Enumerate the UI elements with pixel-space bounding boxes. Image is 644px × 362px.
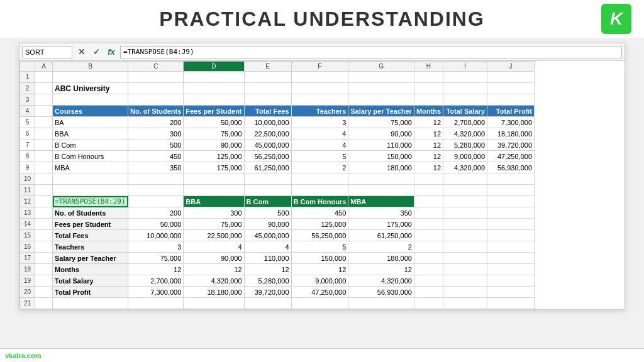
cell-e3[interactable] [244, 94, 291, 106]
cell-c3[interactable] [128, 94, 184, 106]
cell-i14[interactable] [443, 219, 487, 230]
cell-h18[interactable] [414, 264, 443, 275]
cell-j9[interactable]: 56,930,000 [487, 162, 535, 173]
cell-c10[interactable] [128, 173, 184, 185]
cell-b3[interactable] [53, 94, 128, 106]
cell-b6[interactable]: BBA [53, 128, 128, 140]
cell-i2[interactable] [443, 83, 487, 94]
cell-i20[interactable] [443, 287, 487, 298]
cell-d4-fees-per[interactable]: Fees per Student [184, 106, 244, 117]
cell-j5[interactable]: 7,300,000 [487, 117, 535, 128]
cell-j4-total-profit[interactable]: Total Profit [487, 106, 535, 117]
cell-j17[interactable] [487, 253, 535, 264]
cell-i13[interactable] [443, 207, 487, 219]
cell-j8[interactable]: 47,250,000 [487, 151, 535, 162]
cell-j21[interactable] [487, 298, 535, 309]
cell-g12-mba[interactable]: MBA [348, 196, 414, 207]
cell-h16[interactable] [414, 241, 443, 253]
cell-c6[interactable]: 300 [128, 128, 184, 140]
cell-g16[interactable]: 2 [348, 241, 414, 253]
cell-e16[interactable]: 4 [244, 241, 291, 253]
cell-c4-students[interactable]: No. of Students [128, 106, 184, 117]
cell-j14[interactable] [487, 219, 535, 230]
cell-a7[interactable] [35, 140, 53, 151]
col-header-f[interactable]: F [291, 62, 348, 72]
cell-g5[interactable]: 75,000 [348, 117, 414, 128]
cell-i15[interactable] [443, 230, 487, 241]
cell-a14[interactable] [35, 219, 53, 230]
cell-b7[interactable]: B Com [53, 140, 128, 151]
cell-b9[interactable]: MBA [53, 162, 128, 173]
cell-d20[interactable]: 18,180,000 [184, 287, 244, 298]
cell-g1[interactable] [348, 72, 414, 83]
cell-d3[interactable] [184, 94, 244, 106]
cell-a6[interactable] [35, 128, 53, 140]
cell-f2[interactable] [291, 83, 348, 94]
cell-j1[interactable] [487, 72, 535, 83]
cell-f1[interactable] [291, 72, 348, 83]
cell-c5[interactable]: 200 [128, 117, 184, 128]
cell-c13[interactable]: 200 [128, 207, 184, 219]
cell-c21[interactable] [128, 298, 184, 309]
cell-b19[interactable]: Total Salary [53, 275, 128, 287]
cell-a11[interactable] [35, 185, 53, 196]
cell-c15[interactable]: 10,000,000 [128, 230, 184, 241]
cell-e9[interactable]: 61,250,000 [244, 162, 291, 173]
cell-j7[interactable]: 39,720,000 [487, 140, 535, 151]
cell-f9[interactable]: 2 [291, 162, 348, 173]
cell-f17[interactable]: 150,000 [291, 253, 348, 264]
cell-b20[interactable]: Total Profit [53, 287, 128, 298]
cell-b8[interactable]: B Com Honours [53, 151, 128, 162]
cell-h4-months[interactable]: Months [414, 106, 443, 117]
cell-f7[interactable]: 4 [291, 140, 348, 151]
cell-d15[interactable]: 22,500,000 [184, 230, 244, 241]
cell-a8[interactable] [35, 151, 53, 162]
cell-b1[interactable] [53, 72, 128, 83]
cell-d18[interactable]: 12 [184, 264, 244, 275]
cell-e13[interactable]: 500 [244, 207, 291, 219]
cell-h21[interactable] [414, 298, 443, 309]
cell-e18[interactable]: 12 [244, 264, 291, 275]
cell-c2[interactable] [128, 83, 184, 94]
cell-j2[interactable] [487, 83, 535, 94]
cell-a21[interactable] [35, 298, 53, 309]
col-header-j[interactable]: J [487, 62, 535, 72]
col-header-i[interactable]: I [443, 62, 487, 72]
cell-f15[interactable]: 56,250,000 [291, 230, 348, 241]
cell-a13[interactable] [35, 207, 53, 219]
cell-f20[interactable]: 47,250,000 [291, 287, 348, 298]
cell-d6[interactable]: 75,000 [184, 128, 244, 140]
cell-h20[interactable] [414, 287, 443, 298]
cell-i7[interactable]: 5,280,000 [443, 140, 487, 151]
cell-e2[interactable] [244, 83, 291, 94]
cell-f6[interactable]: 4 [291, 128, 348, 140]
cancel-button[interactable]: ✕ [75, 46, 87, 58]
cell-c18[interactable]: 12 [128, 264, 184, 275]
cell-a18[interactable] [35, 264, 53, 275]
cell-d12-bba[interactable]: BBA [184, 196, 244, 207]
cell-b16[interactable]: Teachers [53, 241, 128, 253]
cell-g13[interactable]: 350 [348, 207, 414, 219]
cell-i6[interactable]: 4,320,000 [443, 128, 487, 140]
formula-input[interactable]: =TRANSPOSE(B4:J9) [120, 46, 622, 58]
cell-d9[interactable]: 175,000 [184, 162, 244, 173]
cell-j16[interactable] [487, 241, 535, 253]
cell-j12[interactable] [487, 196, 535, 207]
cell-g2[interactable] [348, 83, 414, 94]
col-header-e[interactable]: E [244, 62, 291, 72]
cell-a12[interactable] [35, 196, 53, 207]
cell-d1[interactable] [184, 72, 244, 83]
cell-c12[interactable] [128, 196, 184, 207]
cell-d13[interactable]: 300 [184, 207, 244, 219]
cell-e5[interactable]: 10,000,000 [244, 117, 291, 128]
cell-b11[interactable] [53, 185, 128, 196]
cell-f19[interactable]: 9,000,000 [291, 275, 348, 287]
cell-i9[interactable]: 4,320,000 [443, 162, 487, 173]
cell-f4-teachers[interactable]: Teachers [291, 106, 348, 117]
cell-c17[interactable]: 75,000 [128, 253, 184, 264]
cell-j20[interactable] [487, 287, 535, 298]
cell-h19[interactable] [414, 275, 443, 287]
cell-e21[interactable] [244, 298, 291, 309]
cell-b13[interactable]: No. of Students [53, 207, 128, 219]
cell-h5[interactable]: 12 [414, 117, 443, 128]
